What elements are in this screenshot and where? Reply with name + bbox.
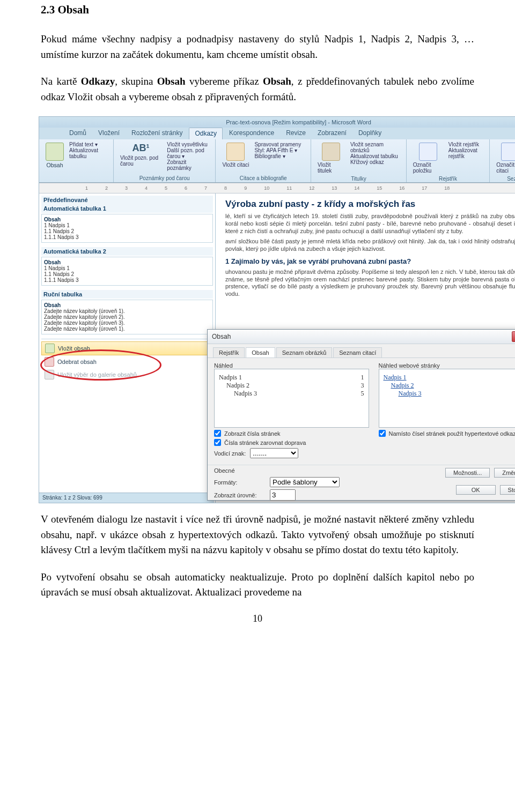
tab-doplnky[interactable]: Doplňky <box>353 128 387 139</box>
ruler-tick: 17 <box>422 185 427 191</box>
seznam-citaci-button[interactable]: Označit citaci <box>494 141 515 175</box>
pridat-text[interactable]: Přidat text ▾ <box>69 141 109 147</box>
word-titlebar: Prac-text-osnova [Režim kompatibility] -… <box>39 117 515 128</box>
pozn-group-label: Poznámky pod čarou <box>118 174 211 181</box>
zobrazit-pozn[interactable]: Zobrazit poznámky <box>167 159 211 171</box>
p2-c: , skupina <box>115 76 157 87</box>
vlozit-rejstrik[interactable]: Vložit rejstřík <box>448 141 485 147</box>
ruler-tick: 8 <box>224 185 227 191</box>
tab-korespondence[interactable]: Korespondence <box>224 128 279 139</box>
tab-odkazy[interactable]: Odkazy <box>189 128 223 139</box>
page-number: 10 <box>41 613 474 624</box>
toc-mline: Zadejte název kapitoly (úroveň 1). <box>44 308 210 314</box>
dialog-close-button[interactable]: ✕ <box>512 331 515 342</box>
btn-ok[interactable]: OK <box>456 485 496 495</box>
toc-icon <box>46 143 64 161</box>
doc-paragraph: avní složkou bílé části pasty je jemně m… <box>225 238 515 253</box>
tab-revize[interactable]: Revize <box>281 128 311 139</box>
toc-line: 1.1 Nadpis 2 <box>44 228 210 234</box>
preview-right: Nadpis 1 Nadpis 2 Nadpis 3 <box>379 369 516 428</box>
toc-dialog: Obsah ✕ Rejstřík Obsah Seznam obrázků Se… <box>207 329 515 501</box>
p2-f: Obsah <box>263 76 291 87</box>
dlg-tab-seznam-obrazku[interactable]: Seznam obrázků <box>276 347 333 357</box>
ruler-tick: 6 <box>185 185 187 191</box>
citation-icon <box>226 143 245 161</box>
seznam-obrazku[interactable]: Vložit seznam obrázků <box>350 141 402 153</box>
ruler-tick: 4 <box>145 185 148 191</box>
toc-auto1-header[interactable]: Automatická tabulka 1 <box>41 204 213 213</box>
bibliografie[interactable]: Bibliografie ▾ <box>254 153 301 159</box>
chk-hyperlinks[interactable] <box>379 430 386 437</box>
p2-h: Vložit obsah <box>68 91 120 102</box>
toc-obsah: Obsah <box>44 259 210 265</box>
titulek-label: Vložit titulek <box>318 162 345 174</box>
ruler-tick: 9 <box>244 185 247 191</box>
obsah-button[interactable]: Obsah <box>43 141 66 169</box>
urovne-label: Zobrazit úrovně: <box>214 492 266 498</box>
chk-align-right[interactable] <box>214 439 221 446</box>
formaty-select[interactable]: Podle šablony <box>270 477 340 487</box>
word-screenshot: Prac-text-osnova [Režim kompatibility] -… <box>39 116 515 503</box>
toc-obsah: Obsah <box>44 217 210 222</box>
doc-subheading: 1 Zajímalo by vás, jak se vyrábí pruhova… <box>225 257 515 265</box>
toc-line: 1 Nadpis 1 <box>44 265 210 271</box>
btn-zmenit[interactable]: Změnit... <box>494 468 515 478</box>
titulek-button[interactable]: Vložit titulek <box>315 141 347 175</box>
vysvetlivka[interactable]: Vložit vysvětlivku <box>167 141 211 147</box>
footnote-icon: AB¹ <box>133 143 150 154</box>
btn-storno[interactable]: Storno <box>500 485 515 495</box>
dalsi-pozn[interactable]: Další pozn. pod čarou ▾ <box>167 147 211 159</box>
dlg-tab-rejstrik[interactable]: Rejstřík <box>213 347 245 357</box>
doc-paragraph: lé, kteří si ve čtyřicátých letech 19. s… <box>225 213 515 235</box>
dlg-tab-obsah[interactable]: Obsah <box>246 347 275 357</box>
chk-show-pagenums[interactable] <box>214 430 221 437</box>
toc-manual-header[interactable]: Ruční tabulka <box>41 290 213 299</box>
seznam-group-label: Seznam citací <box>494 175 515 182</box>
p1-styles: Nadpis 1, Nadpis 2, Nadpis 3, … <box>325 33 474 44</box>
aktualizovat-tabulku[interactable]: Aktualizovat tabulku <box>69 147 109 159</box>
status-bar: Stránka: 1 z 2 Slova: 699 <box>39 493 214 503</box>
toc-auto2-header[interactable]: Automatická tabulka 2 <box>41 247 213 256</box>
p2-a: Na kartě <box>41 76 81 87</box>
ruler-tick: 2 <box>105 185 108 191</box>
tab-domu[interactable]: Domů <box>64 128 92 139</box>
akt-tabulku[interactable]: Aktualizovat tabulku <box>350 153 402 159</box>
seznam-citaci-label: Označit citaci <box>496 162 515 174</box>
pozn-button[interactable]: AB¹ Vložit pozn. pod čarou <box>118 141 164 168</box>
p2-i: a vybereme obsah z připravených formátů. <box>119 91 296 102</box>
toc-obsah: Obsah <box>44 302 210 308</box>
toc-line: 1.1.1 Nadpis 3 <box>44 277 210 283</box>
citace-button[interactable]: Vložit citaci <box>220 141 251 169</box>
dlg-tab-seznam-citaci[interactable]: Seznam citací <box>333 347 382 357</box>
ruler-tick: 1 <box>85 185 88 191</box>
ruler-tick: 18 <box>444 185 450 191</box>
akt-rejstrik[interactable]: Aktualizovat rejstřík <box>448 147 485 159</box>
section-heading: 2.3 Obsah <box>41 3 474 17</box>
toc-predef-header: Předdefinované <box>41 196 213 204</box>
leader-select[interactable]: ....... <box>250 448 298 458</box>
p2-b: Odkazy <box>81 76 115 87</box>
paragraph-2: Na kartě Odkazy, skupina Obsah vybereme … <box>41 74 474 105</box>
index-icon <box>419 143 437 161</box>
tab-rozlozeni[interactable]: Rozložení stránky <box>126 128 188 139</box>
ruler-tick: 5 <box>165 185 167 191</box>
krizovy-odkaz[interactable]: Křížový odkaz <box>350 159 402 165</box>
caption-icon <box>322 143 340 161</box>
toc-manual-preview[interactable]: Obsah Zadejte název kapitoly (úroveň 1).… <box>41 300 213 334</box>
styl-citace[interactable]: Styl: APA Fifth E ▾ <box>254 147 301 153</box>
toc-auto1-preview[interactable]: Obsah 1 Nadpis 1 1.1 Nadpis 2 1.1.1 Nadp… <box>41 214 213 243</box>
tab-vlozeni[interactable]: Vložení <box>93 128 125 139</box>
ribbon-tabs: Domů Vložení Rozložení stránky Odkazy Ko… <box>39 128 515 139</box>
ruler-tick: 11 <box>286 185 292 191</box>
toc-auto2-preview[interactable]: Obsah 1 Nadpis 1 1.1 Nadpis 2 1.1.1 Nadp… <box>41 257 213 286</box>
spravovat-prameny[interactable]: Spravovat prameny <box>254 141 301 147</box>
tab-zobrazeni[interactable]: Zobrazení <box>312 128 352 139</box>
paragraph-1: Pokud máme všechny nadpisy a podnadpisy … <box>41 32 474 62</box>
urovne-input[interactable] <box>270 489 296 501</box>
chk-hyperlinks-label: Namísto čísel stránek použít hypertextov… <box>389 430 516 437</box>
paragraph-4: Po vytvoření obsahu se obsah automaticky… <box>41 570 474 600</box>
btn-moznosti[interactable]: Možnosti... <box>445 468 490 478</box>
titulky-group-label: Titulky <box>315 175 402 182</box>
rejstrik-button[interactable]: Označit položku <box>411 141 445 175</box>
citace-label: Vložit citaci <box>222 162 249 168</box>
